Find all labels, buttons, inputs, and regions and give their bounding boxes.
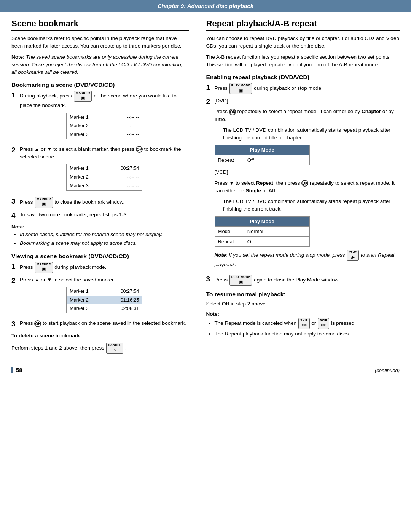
step-2-3: 3 Press OK to start playback on the scen… <box>11 320 189 329</box>
ok-button-icon-2: OK <box>34 320 41 327</box>
play-mode-row-mode: Mode : Normal <box>215 226 309 236</box>
pm-value-repeat: : Off <box>245 157 306 164</box>
step-num-2-2: 2 <box>11 276 20 286</box>
step-num-4: 4 <box>11 211 20 220</box>
ok-icon-vcd: OK <box>301 180 308 187</box>
play-key: PLAY ▶ <box>347 250 359 261</box>
table-row: Marker 3--:--:-- <box>67 130 142 139</box>
continued-label: (continued) <box>375 367 400 373</box>
right-step-num-3: 3 <box>206 275 215 284</box>
page-footer: 58 (continued) <box>0 360 411 378</box>
right-intro-1: You can choose to repeat DVD playback by… <box>206 35 400 50</box>
dvd-label: [DVD] <box>215 97 400 105</box>
marker-key-3: MARKER ▣ <box>35 262 53 273</box>
step-num-2-3: 3 <box>11 320 20 329</box>
step-2-2-content: Press ▲ or ▼ to select the saved marker.… <box>20 276 189 317</box>
pm-label-mode: Mode <box>218 228 245 235</box>
left-column: Scene bookmark Scene bookmarks refer to … <box>11 19 198 357</box>
step-3: 3 Press MARKER ▣ to close the bookmark w… <box>11 197 189 208</box>
play-mode-panel-1: Play Mode Repeat : Off <box>215 145 310 165</box>
table-row: Marker 100:27:54 <box>67 164 142 173</box>
step-4: 4 To save two more bookmarks, repeat ste… <box>11 211 189 220</box>
play-mode-header-1: Play Mode <box>215 145 309 155</box>
dvd-text: Press OK repeatedly to select a repeat m… <box>215 108 400 123</box>
note-label-2: Note: <box>206 311 220 317</box>
delete-title: To delete a scene bookmark: <box>11 332 189 340</box>
playmode-key-2: PLAY MODE ▣ <box>229 275 252 286</box>
marker-table-3: Marker 100:27:54 Marker 201:16:25 Marker… <box>66 287 142 313</box>
steps-list-1: 1 During playback, press MARKER ▣ at the… <box>11 91 189 220</box>
table-row: Marker 2--:--:-- <box>67 121 142 130</box>
right-section-title: Repeat playback/A-B repeat <box>206 19 400 31</box>
right-step-1: 1 Press PLAY MODE ▣ during playback or s… <box>206 83 400 94</box>
note-block-1: Note: In some cases, subtitles for the m… <box>11 224 189 248</box>
step-3-content: Press MARKER ▣ to close the bookmark win… <box>20 197 189 208</box>
step-2-1-content: Press MARKER ▣ during playback mode. <box>20 262 189 273</box>
step-num-1: 1 <box>11 91 20 100</box>
steps-list-2: 1 Press MARKER ▣ during playback mode. 2… <box>11 262 189 329</box>
delete-text: Perform steps 1 and 2 above, then press … <box>11 343 189 354</box>
right-step-num-1: 1 <box>206 83 215 93</box>
left-note-intro: Note: The saved scene bookmarks are only… <box>11 53 189 77</box>
play-mode-row-repeat-2: Repeat : Off <box>215 236 309 247</box>
play-mode-row-repeat-1: Repeat : Off <box>215 155 309 165</box>
right-step-1-content: Press PLAY MODE ▣ during playback or sto… <box>215 83 400 94</box>
table-row: Marker 2--:--:-- <box>67 173 142 182</box>
step-2: 2 Press ▲ or ▼ to select a blank marker,… <box>11 145 189 194</box>
play-mode-panel-2: Play Mode Mode : Normal Repeat : Off <box>215 216 310 247</box>
page-number: 58 <box>11 367 22 373</box>
chapter-title: Chapter 9: Advanced disc playback <box>158 3 253 9</box>
marker-table-1: Marker 1--:--:-- Marker 2--:--:-- Marker… <box>66 113 142 139</box>
note-item-2: The Repeat playback function may not app… <box>215 330 400 338</box>
marker-key: MARKER ▣ <box>74 91 92 102</box>
vcd-text: Press ▼ to select Repeat, then press OK … <box>215 179 400 195</box>
table-row: Marker 100:27:54 <box>67 287 142 296</box>
step-2-2: 2 Press ▲ or ▼ to select the saved marke… <box>11 276 189 317</box>
note-list-1: In some cases, subtitles for the marked … <box>20 231 189 248</box>
step-2-content: Press ▲ or ▼ to select a blank marker, t… <box>20 145 189 194</box>
table-row: Marker 1--:--:-- <box>67 113 142 122</box>
chapter-header: Chapter 9: Advanced disc playback <box>0 0 411 12</box>
dvd-sub-text: The LCD TV / DVD combination automatical… <box>215 126 400 142</box>
table-row: Marker 302:08 31 <box>67 304 142 313</box>
page-wrapper: Chapter 9: Advanced disc playback Scene … <box>0 0 411 378</box>
dvd-auto-text: The LCD TV / DVD combination automatical… <box>223 126 400 142</box>
right-intro-2: The A-B repeat function lets you repeat … <box>206 53 400 69</box>
right-subsection2-title: To resume normal playback: <box>206 291 400 298</box>
step-1: 1 During playback, press MARKER ▣ at the… <box>11 91 189 142</box>
step-num-2: 2 <box>11 145 20 155</box>
skip-back-key: SKIP ⋘ <box>318 318 329 329</box>
right-column: Repeat playback/A-B repeat You can choos… <box>198 19 400 357</box>
right-step-3-content: Press PLAY MODE ▣ again to close the Pla… <box>215 275 400 286</box>
subsection2-title: Viewing a scene bookmark (DVD/VCD/CD) <box>11 253 189 260</box>
note-item-1: The Repeat mode is canceled when SKIP ⋙ … <box>215 318 400 329</box>
note-block-2: Note: The Repeat mode is canceled when S… <box>206 311 400 338</box>
marker-key-2: MARKER ▣ <box>35 197 53 208</box>
step-num-3: 3 <box>11 197 20 206</box>
pm-label-repeat-2: Repeat <box>218 238 245 246</box>
note-label-1: Note: <box>11 224 25 230</box>
page-content: Scene bookmark Scene bookmarks refer to … <box>0 19 411 357</box>
marker-table-2: Marker 100:27:54 Marker 2--:--:-- Marker… <box>66 164 142 190</box>
step-num-2-1: 1 <box>11 262 20 272</box>
note-item: In some cases, subtitles for the marked … <box>20 231 189 238</box>
left-intro: Scene bookmarks refer to specific points… <box>11 35 189 50</box>
pm-label-repeat: Repeat <box>218 157 245 164</box>
right-step-2: 2 [DVD] Press OK repeatedly to select a … <box>206 97 400 272</box>
ok-icon-right: OK <box>229 109 236 115</box>
right-subsection1-title: Enabling repeat playback (DVD/VCD) <box>206 74 400 81</box>
vcd-label: [VCD] <box>215 168 400 176</box>
right-step-num-2: 2 <box>206 97 215 107</box>
table-row: Marker 201:16:25 <box>67 296 142 305</box>
right-steps-list-1: 1 Press PLAY MODE ▣ during playback or s… <box>206 83 400 286</box>
left-section-title: Scene bookmark <box>11 19 189 31</box>
note-item: Bookmarking a scene may not apply to som… <box>20 240 189 247</box>
pm-value-repeat-2: : Off <box>245 238 306 246</box>
skip-fwd-key: SKIP ⋙ <box>298 318 310 329</box>
vcd-auto-text: The LCD TV / DVD combination automatical… <box>223 198 400 213</box>
cancel-key: CANCEL ○ <box>106 343 123 354</box>
note-list-2: The Repeat mode is canceled when SKIP ⋙ … <box>215 318 400 338</box>
right-step-3: 3 Press PLAY MODE ▣ again to close the P… <box>206 275 400 286</box>
step-4-content: To save two more bookmarks, repeat steps… <box>20 211 189 219</box>
step-2-3-content: Press OK to start playback on the scene … <box>20 320 189 327</box>
